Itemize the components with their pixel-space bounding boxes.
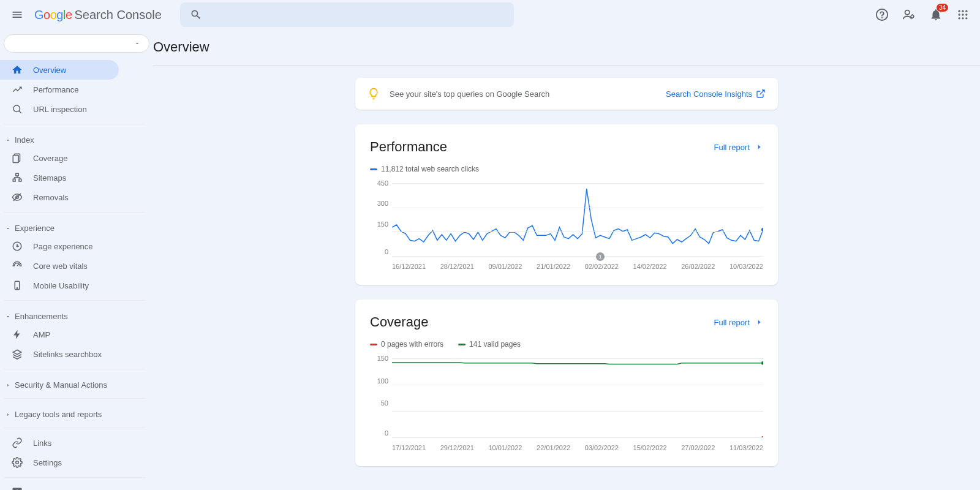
- speedometer-icon: [11, 260, 23, 272]
- manage-users-icon[interactable]: [902, 7, 916, 22]
- sidebar-item-label: Sitelinks searchbox: [33, 350, 102, 359]
- sidebar-section-label: Index: [15, 135, 34, 145]
- sidebar-item-label: Links: [33, 439, 51, 448]
- svg-point-2: [905, 10, 910, 15]
- card-title: Coverage: [370, 314, 428, 330]
- insights-link[interactable]: Search Console Insights: [666, 89, 766, 99]
- legend-item: 11,812 total web search clicks: [370, 165, 479, 173]
- svg-point-6: [965, 10, 967, 12]
- sidebar-item-overview[interactable]: Overview: [0, 60, 119, 80]
- sitemaps-icon: [11, 172, 23, 184]
- chevron-right-icon: [755, 143, 763, 151]
- sidebar-section-legacy[interactable]: Legacy tools and reports: [0, 404, 153, 423]
- svg-point-7: [959, 13, 960, 15]
- property-selector[interactable]: [4, 34, 149, 53]
- svg-point-9: [965, 13, 967, 15]
- coverage-card: Coverage Full report 0 pages with errors…: [355, 300, 778, 466]
- chevron-down-icon: [5, 137, 11, 143]
- header-actions: 34: [875, 7, 970, 22]
- performance-icon: [11, 83, 23, 96]
- svg-point-21: [17, 246, 18, 247]
- sidebar-item-sitelinks-searchbox[interactable]: Sitelinks searchbox: [0, 344, 119, 364]
- amp-icon: [11, 328, 23, 341]
- sidebar-section-experience[interactable]: Experience: [0, 217, 153, 236]
- search-icon: [190, 9, 202, 21]
- sidebar-item-page-experience[interactable]: Page experience: [0, 236, 119, 256]
- chevron-right-icon: [5, 412, 11, 418]
- sidebar-item-removals[interactable]: Removals: [0, 187, 119, 207]
- sidebar-section-label: Legacy tools and reports: [15, 410, 102, 419]
- card-title: Performance: [370, 139, 447, 155]
- sidebar-item-coverage[interactable]: Coverage: [0, 148, 119, 168]
- apps-icon[interactable]: [956, 7, 970, 22]
- links-icon: [11, 437, 23, 449]
- sidebar-item-amp[interactable]: AMP: [0, 325, 119, 344]
- sidebar-item-label: Coverage: [33, 154, 67, 163]
- lightbulb-icon: [368, 88, 380, 100]
- header: Google Search Console 34: [0, 0, 980, 29]
- performance-chart: 4503001500 1 16/12/202128/12/202109/01/2…: [370, 183, 763, 270]
- help-icon[interactable]: [875, 7, 889, 22]
- sidebar-item-label: Settings: [33, 458, 62, 467]
- notifications-icon[interactable]: 34: [929, 7, 943, 22]
- sidebar-item-label: Submit feedback: [33, 488, 92, 491]
- svg-rect-15: [13, 156, 18, 163]
- sidebar-section-security[interactable]: Security & Manual Actions: [0, 374, 153, 393]
- sidebar-section-index[interactable]: Index: [0, 129, 153, 148]
- svg-point-4: [959, 10, 960, 12]
- chart-annotation[interactable]: 1: [596, 252, 605, 261]
- open-external-icon: [756, 89, 766, 99]
- sidebar-item-label: Sitemaps: [33, 173, 66, 183]
- sidebar-section-enhancements[interactable]: Enhancements: [0, 306, 153, 325]
- svg-point-23: [17, 288, 18, 289]
- svg-point-11: [962, 17, 963, 19]
- svg-point-3: [911, 15, 914, 18]
- sidebar-item-feedback[interactable]: Submit feedback: [0, 483, 119, 490]
- feedback-icon: [11, 486, 23, 490]
- sidebar-section-label: Enhancements: [15, 312, 68, 321]
- svg-rect-16: [16, 173, 19, 176]
- sidebar-item-mobile-usability[interactable]: Mobile Usability: [0, 276, 119, 295]
- chevron-down-icon: [134, 40, 140, 47]
- home-icon: [11, 64, 23, 76]
- chevron-down-icon: [5, 314, 11, 320]
- svg-rect-18: [19, 179, 21, 181]
- legend-item-valid: 141 valid pages: [458, 340, 521, 349]
- svg-point-1: [882, 17, 883, 18]
- chevron-right-icon: [5, 382, 11, 388]
- full-report-link[interactable]: Full report: [714, 143, 763, 152]
- chevron-right-icon: [755, 318, 763, 326]
- sidebar: Overview Performance URL inspection Inde…: [0, 29, 153, 490]
- mobile-icon: [11, 279, 23, 292]
- sidebar-item-label: Mobile Usability: [33, 281, 89, 290]
- insights-banner: See your site's top queries on Google Se…: [355, 78, 778, 110]
- sidebar-item-url-inspection[interactable]: URL inspection: [0, 99, 119, 119]
- sidebar-section-label: Experience: [15, 224, 55, 233]
- sidebar-item-label: Performance: [33, 85, 78, 94]
- coverage-chart: 150100500 17/12/202129/12/202110/01/2022…: [370, 358, 763, 451]
- sidebar-item-core-web-vitals[interactable]: Core web vitals: [0, 256, 119, 276]
- performance-card: Performance Full report 11,812 total web…: [355, 124, 778, 285]
- main: Overview See your site's top queries on …: [153, 0, 980, 466]
- full-report-link[interactable]: Full report: [714, 318, 763, 327]
- svg-point-8: [962, 13, 963, 15]
- sidebar-item-label: Page experience: [33, 242, 93, 251]
- svg-point-24: [16, 461, 19, 464]
- svg-point-10: [959, 17, 960, 19]
- sidebar-item-sitemaps[interactable]: Sitemaps: [0, 168, 119, 187]
- svg-point-13: [13, 105, 20, 112]
- svg-point-5: [962, 10, 963, 12]
- notification-badge: 34: [937, 4, 948, 12]
- menu-icon[interactable]: [10, 7, 24, 22]
- logo[interactable]: Google Search Console: [34, 8, 162, 22]
- sidebar-item-label: AMP: [33, 330, 50, 339]
- sidebar-item-performance[interactable]: Performance: [0, 80, 119, 99]
- sidebar-item-links[interactable]: Links: [0, 433, 119, 453]
- sidebar-item-label: Removals: [33, 193, 69, 202]
- search-input[interactable]: [180, 2, 514, 27]
- sidebar-item-label: URL inspection: [33, 105, 87, 114]
- chevron-down-icon: [5, 225, 11, 232]
- sidebar-item-label: Overview: [33, 66, 66, 75]
- sidebar-item-settings[interactable]: Settings: [0, 453, 119, 472]
- search-icon: [11, 103, 23, 115]
